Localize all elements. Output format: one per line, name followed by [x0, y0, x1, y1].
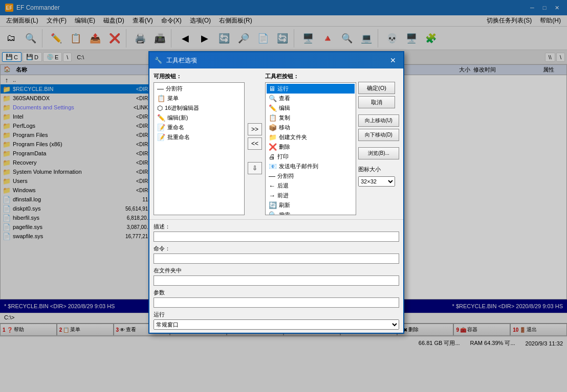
- list-item-label: 菜单: [167, 95, 179, 102]
- toolbar-list-item[interactable]: 📧发送电子邮件到: [267, 162, 355, 171]
- icon-size-section: 图标大小 32×32 16×16 24×24: [358, 166, 399, 187]
- add-down-btn[interactable]: ⇩: [248, 162, 262, 174]
- tb-list-label: 运行: [277, 85, 289, 93]
- icon-size-label: 图标大小: [358, 166, 381, 173]
- add-to-toolbar-btn[interactable]: >>: [248, 123, 262, 135]
- tb-list-icon: 📋: [269, 114, 277, 122]
- list-item-icon: ✏️: [157, 114, 165, 122]
- available-list[interactable]: —分割符📋菜单⬡16进制编辑器✏️编辑(新)📝重命名📝批重命名: [154, 82, 245, 215]
- available-list-item[interactable]: 📝批重命名: [155, 132, 243, 142]
- toolbar-list-item[interactable]: 🖥运行: [267, 84, 355, 94]
- tb-list-icon: 📦: [269, 124, 277, 131]
- list-item-label: 重命名: [167, 124, 184, 131]
- toolbar-label: 工具栏按钮：: [265, 73, 356, 80]
- browse-button[interactable]: 浏览(B)...: [358, 147, 399, 159]
- tb-list-icon: ←: [269, 182, 275, 190]
- tb-list-label: 搜索: [279, 211, 290, 215]
- available-label: 可用按钮：: [154, 73, 245, 80]
- list-item-icon: 📝: [157, 133, 165, 141]
- toolbar-list-item[interactable]: 📁创建文件夹: [267, 132, 355, 142]
- tb-list-icon: 🖨: [269, 153, 275, 160]
- tb-list-icon: →: [269, 192, 275, 199]
- dialog-title-icon: 🔧: [155, 57, 162, 64]
- tb-list-label: 查看: [279, 95, 290, 102]
- list-item-icon: 📋: [157, 95, 165, 102]
- toolbar-list[interactable]: 🖥运行🔍查看✏️编辑📋复制📦移动📁创建文件夹❌删除🖨打印📧发送电子邮件到—分割符…: [265, 82, 356, 215]
- tb-list-label: 复制: [279, 114, 290, 122]
- toolbar-list-item[interactable]: 📦移动: [267, 123, 355, 132]
- tb-list-icon: 🖥: [269, 85, 275, 93]
- dialog-overlay: 🔧 工具栏选项 ✕ 可用按钮： —分割符📋菜单⬡16进制编辑器✏️编辑(新)📝重…: [0, 0, 567, 392]
- tb-list-icon: 🔍: [269, 95, 277, 102]
- toolbar-list-item[interactable]: 🔍查看: [267, 94, 355, 103]
- cmd-label: 命令：: [154, 245, 399, 252]
- tb-list-icon: ❌: [269, 143, 277, 151]
- available-list-item[interactable]: —分割符: [155, 84, 243, 94]
- run-label: 运行: [154, 311, 399, 318]
- move-down-button[interactable]: 向下移动(D): [358, 129, 399, 141]
- dialog-title-bar: 🔧 工具栏选项 ✕: [149, 52, 403, 68]
- tb-list-icon: 🔍: [269, 211, 277, 215]
- list-item-label: 分割符: [166, 85, 183, 93]
- available-list-item[interactable]: ⬡16进制编辑器: [155, 103, 243, 113]
- list-item-icon: ⬡: [157, 104, 163, 112]
- tb-list-label: 打印: [277, 153, 289, 160]
- available-list-item[interactable]: ✏️编辑(新): [155, 113, 243, 123]
- tb-list-label: 移动: [279, 124, 290, 131]
- list-item-label: 16进制编辑器: [165, 104, 199, 112]
- desc-input[interactable]: [154, 232, 399, 242]
- dialog-title-text: 工具栏选项: [166, 56, 197, 65]
- tb-list-label: 分割符: [277, 172, 294, 180]
- desc-label: 描述：: [154, 223, 399, 230]
- toolbar-list-item[interactable]: 🔄刷新: [267, 200, 355, 210]
- dialog-close-btn[interactable]: ✕: [388, 55, 398, 65]
- tb-list-label: 删除: [279, 143, 290, 151]
- dialog-body: 可用按钮： —分割符📋菜单⬡16进制编辑器✏️编辑(新)📝重命名📝批重命名 >>…: [149, 68, 403, 219]
- run-select[interactable]: 常规窗口: [154, 319, 399, 330]
- folder-input[interactable]: [154, 275, 399, 286]
- move-up-button[interactable]: 向上移动(U): [358, 114, 399, 127]
- cancel-button[interactable]: 取消: [358, 96, 395, 108]
- toolbar-list-item[interactable]: 🖨打印: [267, 152, 355, 162]
- remove-from-toolbar-btn[interactable]: <<: [248, 137, 262, 150]
- list-item-label: 批重命名: [167, 133, 190, 141]
- tb-list-icon: ✏️: [269, 104, 277, 112]
- toolbar-list-item[interactable]: —分割符: [267, 171, 355, 181]
- toolbar-list-item[interactable]: ❌删除: [267, 142, 355, 152]
- tb-list-icon: —: [269, 172, 275, 180]
- tb-list-label: 创建文件夹: [279, 133, 307, 141]
- tb-list-label: 前进: [277, 192, 289, 199]
- tb-list-label: 后退: [277, 182, 289, 190]
- tb-list-label: 刷新: [279, 201, 290, 209]
- tb-list-label: 编辑: [279, 104, 290, 112]
- folder-label: 在文件夹中: [154, 267, 399, 274]
- dialog-action-buttons: 确定(O) 取消 向上移动(U) 向下移动(D) 浏览(B)... 图标大小 3…: [358, 73, 399, 215]
- list-item-icon: —: [157, 85, 164, 93]
- toolbar-list-item[interactable]: ✏️编辑: [267, 103, 355, 113]
- cmd-input[interactable]: [154, 253, 399, 264]
- params-label: 参数: [154, 289, 399, 296]
- tb-list-icon: 📁: [269, 133, 277, 141]
- arrow-section: >> << ⇩: [247, 82, 263, 215]
- tb-list-icon: 📧: [269, 163, 277, 170]
- toolbar-list-item[interactable]: ←后退: [267, 181, 355, 191]
- available-list-item[interactable]: 📝重命名: [155, 123, 243, 132]
- dialog-form: 描述： 命令： 在文件夹中 参数 运行 常规窗口: [149, 219, 403, 333]
- available-list-item[interactable]: 📋菜单: [155, 94, 243, 103]
- toolbar-list-item[interactable]: 📋复制: [267, 113, 355, 123]
- list-item-label: 编辑(新): [167, 114, 188, 122]
- ok-button[interactable]: 确定(O): [358, 82, 395, 94]
- icon-size-select[interactable]: 32×32 16×16 24×24: [358, 176, 395, 187]
- list-item-icon: 📝: [157, 124, 165, 131]
- tb-list-label: 发送电子邮件到: [279, 163, 318, 170]
- toolbar-options-dialog: 🔧 工具栏选项 ✕ 可用按钮： —分割符📋菜单⬡16进制编辑器✏️编辑(新)📝重…: [148, 51, 404, 334]
- toolbar-list-item[interactable]: 🔍搜索: [267, 210, 355, 215]
- toolbar-list-item[interactable]: →前进: [267, 191, 355, 200]
- toolbar-section: 工具栏按钮： 🖥运行🔍查看✏️编辑📋复制📦移动📁创建文件夹❌删除🖨打印📧发送电子…: [265, 73, 356, 215]
- params-input[interactable]: [154, 297, 399, 308]
- tb-list-icon: 🔄: [269, 201, 277, 209]
- available-section: 可用按钮： —分割符📋菜单⬡16进制编辑器✏️编辑(新)📝重命名📝批重命名: [154, 73, 245, 215]
